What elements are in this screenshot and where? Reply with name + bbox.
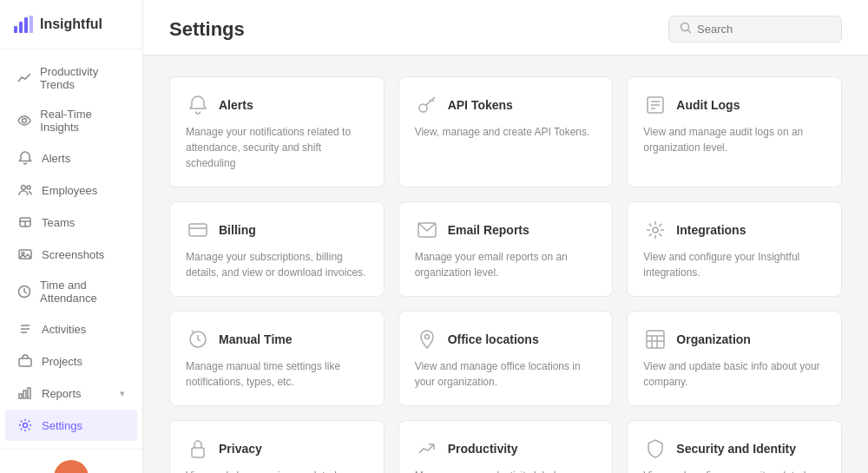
- settings-card-audit-logs[interactable]: Audit Logs View and manage audit logs on…: [627, 76, 842, 187]
- settings-card-billing[interactable]: Billing Manage your subscriptions, billi…: [169, 201, 385, 297]
- card-title-api-tokens: API Tokens: [448, 98, 513, 112]
- avatar[interactable]: CC: [54, 460, 89, 473]
- lock-icon: [186, 437, 210, 461]
- sidebar-item-screenshots[interactable]: Screenshots: [5, 239, 137, 270]
- people-icon: [17, 214, 33, 230]
- sidebar-item-time-attendance[interactable]: Time and Attendance: [5, 271, 137, 312]
- settings-card-productivity[interactable]: Productivity Manage your productivity la…: [398, 420, 614, 473]
- settings-grid: Alerts Manage your notifications related…: [169, 76, 842, 473]
- card-title-productivity: Productivity: [448, 442, 518, 456]
- eye-icon: [17, 113, 31, 128]
- bell-nav-icon: [17, 150, 33, 166]
- settings-card-office-locations[interactable]: Office locations View and manage office …: [398, 311, 614, 406]
- productivity-icon: [415, 437, 439, 461]
- svg-point-20: [23, 424, 28, 428]
- svg-point-5: [22, 186, 26, 190]
- card-desc-api-tokens: View, manage and create API Tokens.: [415, 124, 597, 140]
- settings-card-api-tokens[interactable]: API Tokens View, manage and create API T…: [398, 76, 614, 187]
- email-icon: [415, 218, 439, 242]
- settings-card-security[interactable]: Security and Identity View and configure…: [627, 420, 842, 473]
- card-desc-audit-logs: View and manage audit logs on an organiz…: [643, 124, 825, 155]
- settings-card-email-reports[interactable]: Email Reports Manage your email reports …: [398, 201, 614, 297]
- sidebar-item-employees[interactable]: Employees: [5, 174, 137, 206]
- card-title-email-reports: Email Reports: [448, 223, 529, 237]
- gear-icon: [17, 417, 33, 433]
- sidebar-item-activities[interactable]: Activities: [5, 313, 137, 345]
- svg-point-37: [424, 335, 429, 339]
- credit-card-icon: [186, 218, 210, 242]
- card-desc-security: View and configure security-related sett…: [643, 468, 825, 473]
- manual-time-icon: [186, 327, 210, 351]
- sidebar-item-real-time-insights[interactable]: Real-Time Insights: [5, 100, 137, 141]
- sidebar-item-teams[interactable]: Teams: [5, 207, 137, 238]
- main-content: Settings Alerts Manage your not: [143, 0, 868, 473]
- chart-line-icon: [17, 70, 31, 86]
- card-desc-email-reports: Manage your email reports on an organiza…: [415, 249, 597, 280]
- search-input[interactable]: [697, 23, 831, 36]
- card-desc-privacy: View and change privacy-related settings…: [186, 468, 368, 473]
- svg-point-11: [22, 253, 24, 255]
- key-icon: [415, 93, 439, 117]
- clock-icon: [17, 284, 31, 299]
- svg-line-22: [688, 30, 692, 34]
- settings-card-integrations[interactable]: Integrations View and configure your Ins…: [627, 201, 842, 297]
- svg-point-6: [27, 186, 30, 189]
- svg-rect-0: [14, 26, 17, 33]
- card-desc-organization: View and update basic info about your co…: [643, 358, 825, 390]
- card-title-billing: Billing: [219, 223, 256, 237]
- sidebar-item-productivity-trends[interactable]: Productivity Trends: [5, 57, 137, 99]
- card-desc-manual-time: Manage manual time settings like notific…: [186, 358, 368, 390]
- sidebar-item-settings[interactable]: Settings: [5, 410, 137, 441]
- settings-card-organization[interactable]: Organization View and update basic info …: [627, 311, 842, 406]
- svg-point-34: [653, 227, 658, 233]
- users-icon: [17, 182, 33, 198]
- card-desc-billing: Manage your subscriptions, billing detai…: [186, 249, 368, 280]
- svg-rect-2: [24, 17, 28, 33]
- card-title-alerts: Alerts: [219, 98, 253, 112]
- svg-line-36: [192, 331, 194, 332]
- settings-content: Alerts Manage your notifications related…: [143, 56, 868, 473]
- sidebar-nav: Productivity Trends Real-Time Insights A…: [0, 49, 142, 449]
- card-title-office-locations: Office locations: [448, 332, 539, 346]
- svg-rect-17: [19, 394, 22, 398]
- svg-rect-16: [19, 358, 31, 366]
- card-title-security: Security and Identity: [676, 442, 796, 456]
- bell-card-icon: [186, 93, 210, 117]
- sidebar: Insightful Productivity Trends Real-Time…: [0, 0, 143, 473]
- svg-rect-43: [192, 448, 204, 457]
- bar-chart-icon: [17, 385, 33, 401]
- image-icon: [17, 246, 33, 262]
- settings-card-privacy[interactable]: Privacy View and change privacy-related …: [169, 420, 385, 473]
- card-title-organization: Organization: [676, 332, 751, 346]
- page-header: Settings: [143, 0, 868, 56]
- card-title-privacy: Privacy: [219, 442, 262, 456]
- svg-line-25: [432, 100, 434, 102]
- shield-icon: [643, 437, 667, 461]
- settings-card-manual-time[interactable]: Manual Time Manage manual time settings …: [169, 311, 385, 406]
- card-title-audit-logs: Audit Logs: [676, 98, 740, 112]
- sidebar-item-projects[interactable]: Projects: [5, 345, 137, 377]
- sidebar-item-reports[interactable]: Reports ▾: [5, 378, 137, 409]
- app-name: Insightful: [40, 16, 102, 32]
- svg-point-4: [23, 119, 27, 123]
- location-icon: [415, 327, 439, 351]
- app-logo: Insightful: [0, 0, 142, 49]
- card-title-integrations: Integrations: [676, 223, 746, 237]
- svg-rect-1: [19, 22, 23, 33]
- reports-arrow-icon: ▾: [120, 388, 125, 399]
- card-desc-alerts: Manage your notifications related to att…: [186, 124, 368, 171]
- page-title: Settings: [169, 18, 245, 41]
- organization-icon: [643, 327, 667, 351]
- settings-card-alerts[interactable]: Alerts Manage your notifications related…: [169, 76, 385, 187]
- list-icon: [17, 321, 33, 337]
- integrations-icon: [643, 218, 667, 242]
- card-title-manual-time: Manual Time: [219, 332, 293, 346]
- sidebar-item-alerts[interactable]: Alerts: [5, 142, 137, 174]
- logo-icon: [12, 14, 33, 35]
- svg-rect-38: [647, 331, 664, 348]
- search-icon: [680, 22, 692, 36]
- card-desc-integrations: View and configure your Insightful integ…: [643, 249, 825, 280]
- search-bar[interactable]: [668, 16, 842, 43]
- sidebar-footer: CC Crystal Crowder: [0, 449, 142, 473]
- svg-rect-19: [28, 388, 30, 398]
